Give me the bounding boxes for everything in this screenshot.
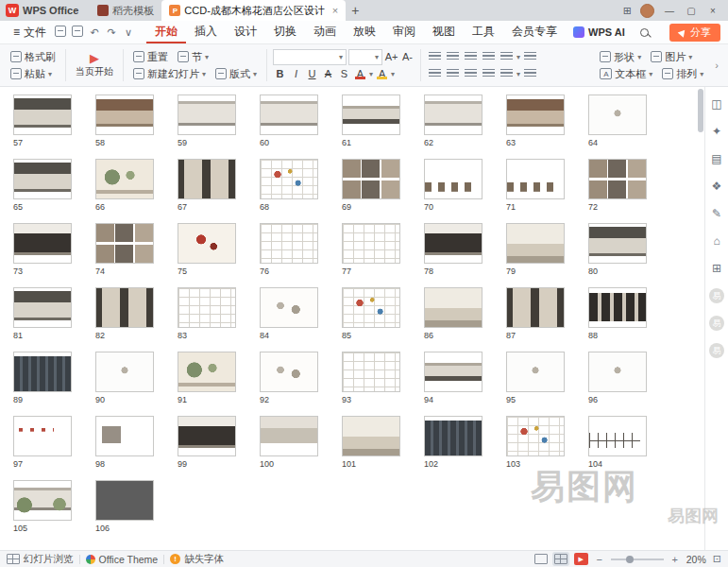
align-left-icon[interactable] — [429, 69, 441, 78]
apps-panel-icon[interactable]: ⊞ — [709, 261, 724, 276]
slide-thumbnail-104[interactable] — [588, 416, 647, 456]
slide-thumbnail-78[interactable] — [424, 223, 483, 264]
slide-thumbnail-58[interactable] — [95, 94, 154, 135]
slide-thumbnail-96[interactable] — [588, 352, 647, 392]
slide-thumbnail-75[interactable] — [178, 223, 236, 264]
slide-thumbnail-82[interactable] — [95, 287, 154, 328]
missing-fonts-warning[interactable]: ! 缺失字体 — [170, 553, 224, 566]
slide-thumbnail-105[interactable] — [13, 480, 72, 521]
reset-button[interactable]: 重置 — [129, 48, 172, 65]
file-menu-button[interactable]: ≡ 文件 — [8, 25, 52, 41]
slide-thumbnail-66[interactable] — [95, 159, 154, 199]
menu-tab-5[interactable]: 动画 — [305, 21, 345, 43]
align-center-icon[interactable] — [447, 69, 459, 78]
scrollbar-thumb[interactable] — [698, 89, 703, 132]
slide-thumbnail-88[interactable] — [588, 287, 647, 328]
slide-thumbnail-90[interactable] — [95, 352, 154, 392]
slide-thumbnail-101[interactable] — [342, 416, 400, 456]
slide-thumbnail-89[interactable] — [13, 352, 72, 392]
zoom-slider-thumb[interactable] — [626, 556, 634, 563]
menu-tab-4[interactable]: 切换 — [265, 21, 305, 43]
slide-thumbnail-60[interactable] — [260, 94, 318, 135]
menu-tab-8[interactable]: 视图 — [424, 21, 464, 43]
slide-thumbnail-74[interactable] — [95, 223, 154, 264]
shapes-button[interactable]: 形状 ▾ — [596, 48, 645, 65]
slide-thumbnail-103[interactable] — [506, 416, 565, 456]
slide-thumbnail-71[interactable] — [506, 159, 565, 199]
menu-tab-10[interactable]: 会员专享 — [503, 21, 566, 43]
slide-thumbnail-64[interactable] — [588, 94, 647, 135]
slide-thumbnail-98[interactable] — [95, 416, 154, 456]
slide-thumbnail-99[interactable] — [178, 416, 236, 456]
maximize-icon[interactable]: ▢ — [685, 6, 698, 16]
slide-thumbnail-95[interactable] — [506, 352, 565, 392]
slideshow-play-button[interactable]: ▶ — [574, 553, 588, 565]
close-window-icon[interactable]: × — [706, 6, 720, 16]
slide-thumbnail-59[interactable] — [178, 94, 236, 135]
highlight-color-button[interactable]: A — [375, 68, 389, 79]
line-spacing-icon[interactable] — [500, 52, 513, 61]
menu-tab-7[interactable]: 审阅 — [384, 21, 424, 43]
font-color-button[interactable]: A — [353, 68, 367, 79]
save-button[interactable] — [52, 26, 69, 39]
outline-panel-icon[interactable]: ▤ — [709, 151, 724, 166]
apps-grid-icon[interactable]: ⊞ — [623, 5, 632, 17]
font-family-select[interactable]: ▾ — [273, 49, 347, 65]
design-tools-icon[interactable]: ❖ — [709, 179, 724, 194]
slide-thumbnail-87[interactable] — [506, 287, 565, 328]
align-right-icon[interactable] — [465, 69, 477, 78]
properties-panel-icon[interactable]: ◫ — [709, 96, 724, 112]
zoom-level[interactable]: 20% — [686, 554, 706, 565]
undo-button[interactable]: ↶ — [86, 26, 103, 39]
theme-indicator[interactable]: Office Theme — [86, 554, 159, 565]
menu-tab-2[interactable]: 插入 — [186, 21, 226, 43]
slide-thumbnail-70[interactable] — [424, 159, 483, 199]
zoom-in-button[interactable]: + — [670, 554, 680, 565]
vertical-scrollbar[interactable] — [696, 87, 704, 550]
line-spacing-caret-icon[interactable]: ▾ — [516, 53, 520, 61]
minimize-icon[interactable]: — — [663, 6, 676, 16]
new-tab-button[interactable]: + — [346, 3, 364, 18]
print-button[interactable] — [69, 26, 86, 39]
text-direction-icon[interactable] — [524, 52, 536, 61]
new-slide-button[interactable]: 新建幻灯片 ▾ — [129, 65, 210, 82]
quick-access-more-button[interactable]: ∨ — [120, 26, 137, 39]
slide-thumbnail-83[interactable] — [178, 287, 236, 328]
picture-button[interactable]: 图片 ▾ — [647, 48, 696, 65]
menu-tab-1[interactable]: 开始 — [146, 21, 186, 43]
slide-thumbnail-79[interactable] — [506, 223, 565, 264]
slide-thumbnail-84[interactable] — [260, 287, 318, 328]
text-shadow-button[interactable]: S — [337, 68, 351, 79]
slide-thumbnail-91[interactable] — [178, 352, 236, 392]
slide-thumbnail-81[interactable] — [13, 287, 72, 328]
slide-thumbnail-72[interactable] — [588, 159, 647, 199]
slide-thumbnail-92[interactable] — [260, 352, 318, 392]
increase-font-button[interactable]: A+ — [384, 51, 398, 62]
format-painter-button[interactable]: 格式刷 — [7, 48, 59, 65]
textbox-button[interactable]: A 文本框 ▾ — [596, 65, 656, 82]
menu-tab-6[interactable]: 放映 — [345, 21, 384, 43]
slide-thumbnail-61[interactable] — [342, 94, 400, 135]
fit-to-window-icon[interactable]: ⊡ — [713, 553, 721, 565]
close-tab-icon[interactable]: × — [332, 5, 338, 16]
slide-thumbnail-93[interactable] — [342, 352, 400, 392]
slide-thumbnail-69[interactable] — [342, 159, 400, 199]
slide-thumbnail-86[interactable] — [424, 287, 483, 328]
section-button[interactable]: 节 ▾ — [174, 48, 212, 65]
justify-icon[interactable] — [483, 69, 495, 78]
columns-icon[interactable] — [500, 69, 513, 78]
slide-thumbnail-76[interactable] — [260, 223, 318, 264]
font-size-select[interactable]: ▾ — [348, 49, 382, 65]
paste-button[interactable]: 粘贴 ▾ — [7, 65, 56, 82]
user-avatar[interactable] — [640, 4, 654, 18]
play-from-current-button[interactable]: ▶ 当页开始 — [71, 47, 118, 83]
slide-thumbnail-77[interactable] — [342, 223, 400, 264]
slide-thumbnail-106[interactable] — [95, 480, 154, 521]
normal-view-button[interactable] — [534, 554, 548, 564]
menu-tab-9[interactable]: 工具 — [464, 21, 503, 43]
doc-tab-templates[interactable]: 稻壳模板 — [90, 0, 161, 21]
font-color-caret-icon[interactable]: ▾ — [369, 70, 373, 78]
numbering-icon[interactable] — [447, 52, 459, 61]
slide-thumbnail-62[interactable] — [424, 94, 483, 135]
slide-thumbnail-65[interactable] — [13, 159, 72, 199]
